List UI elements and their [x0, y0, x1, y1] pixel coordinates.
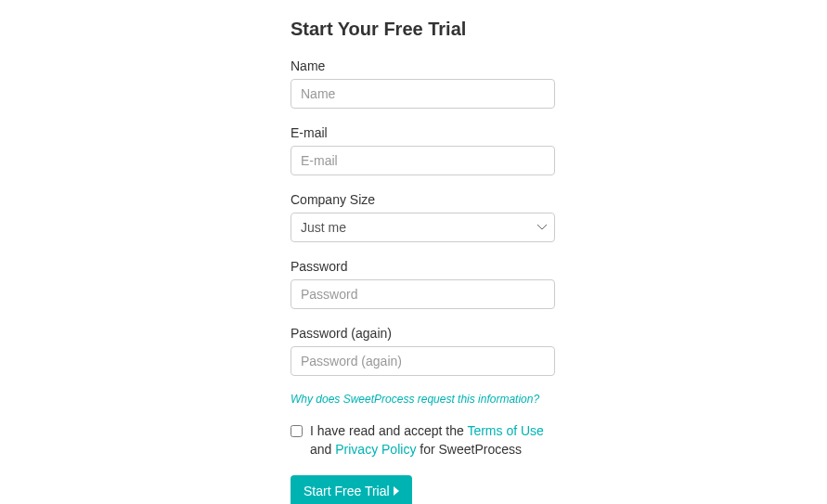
company-size-select[interactable]: Just me [291, 213, 555, 242]
name-input[interactable] [291, 79, 555, 109]
password-again-input[interactable] [291, 346, 555, 376]
page-title: Start Your Free Trial [291, 19, 555, 40]
email-label: E-mail [291, 125, 555, 140]
email-group: E-mail [291, 125, 555, 175]
terms-and: and [310, 442, 335, 457]
name-group: Name [291, 58, 555, 109]
signup-form: Start Your Free Trial Name E-mail Compan… [291, 0, 555, 504]
terms-text: I have read and accept the Terms of Use … [310, 422, 555, 459]
terms-of-use-link[interactable]: Terms of Use [467, 423, 543, 438]
email-input[interactable] [291, 146, 555, 175]
caret-right-icon [394, 486, 399, 496]
terms-prefix: I have read and accept the [310, 423, 467, 438]
terms-row: I have read and accept the Terms of Use … [291, 422, 555, 459]
start-free-trial-button[interactable]: Start Free Trial [291, 475, 412, 504]
password-input[interactable] [291, 279, 555, 309]
name-label: Name [291, 58, 555, 73]
company-size-group: Company Size Just me [291, 192, 555, 242]
password-again-group: Password (again) [291, 326, 555, 376]
company-size-label: Company Size [291, 192, 555, 207]
password-label: Password [291, 259, 555, 274]
terms-suffix: for SweetProcess [416, 442, 522, 457]
password-group: Password [291, 259, 555, 309]
submit-button-label: Start Free Trial [304, 484, 390, 498]
info-link[interactable]: Why does SweetProcess request this infor… [291, 393, 555, 406]
privacy-policy-link[interactable]: Privacy Policy [335, 442, 416, 457]
terms-checkbox[interactable] [291, 425, 303, 437]
password-again-label: Password (again) [291, 326, 555, 341]
